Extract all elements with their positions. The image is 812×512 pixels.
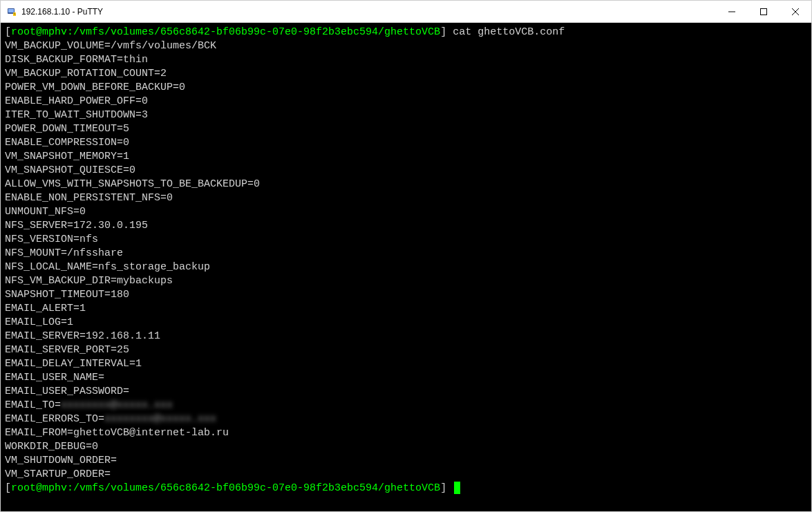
cfg-line: ALLOW_VMS_WITH_SNAPSHOTS_TO_BE_BACKEDUP=… [5, 178, 807, 191]
titlebar[interactable]: 192.168.1.10 - PuTTY [1, 1, 811, 23]
cfg-line: NFS_MOUNT=/nfsshare [5, 247, 807, 260]
cfg-line: NFS_VERSION=nfs [5, 233, 807, 247]
prompt-line-2: [root@mphv:/vmfs/volumes/656c8642-bf06b9… [5, 482, 807, 495]
minimize-button[interactable] [716, 1, 748, 22]
cfg-line: WORKDIR_DEBUG=0 [5, 440, 807, 454]
email-errors-value: xxxxxxxx@xxxxx.xxx [104, 413, 216, 425]
cfg-line: ENABLE_COMPRESSION=0 [5, 136, 807, 150]
maximize-button[interactable] [748, 1, 780, 22]
cfg-line: EMAIL_ALERT=1 [5, 302, 807, 316]
cfg-line: VM_BACKUP_VOLUME=/vmfs/volumes/BCK [5, 39, 807, 53]
cfg-line-email-errors: EMAIL_ERRORS_TO=xxxxxxxx@xxxxx.xxx [5, 413, 807, 426]
svg-rect-1 [8, 9, 14, 12]
putty-icon [6, 6, 17, 17]
email-errors-label: EMAIL_ERRORS_TO= [5, 413, 104, 425]
svg-rect-2 [13, 12, 16, 16]
prompt-close: ] [440, 26, 446, 38]
cfg-line: EMAIL_FROM=ghettoVCB@internet-lab.ru [5, 426, 807, 440]
cfg-line: POWER_DOWN_TIMEOUT=5 [5, 122, 807, 136]
cfg-line: NFS_VM_BACKUP_DIR=mybackups [5, 274, 807, 288]
cfg-line: EMAIL_SERVER=192.168.1.11 [5, 330, 807, 343]
window-title: 192.168.1.10 - PuTTY [21, 7, 716, 17]
cfg-line: VM_SNAPSHOT_MEMORY=1 [5, 150, 807, 164]
cfg-line: ENABLE_NON_PERSISTENT_NFS=0 [5, 191, 807, 205]
svg-rect-5 [761, 8, 767, 15]
cfg-line: NFS_SERVER=172.30.0.195 [5, 219, 807, 233]
window-controls [716, 1, 811, 22]
cfg-line: EMAIL_SERVER_PORT=25 [5, 343, 807, 357]
cfg-line: VM_SNAPSHOT_QUIESCE=0 [5, 164, 807, 178]
prompt-close-2: ] [440, 482, 446, 494]
email-to-value: xxxxxxxx@xxxxx.xxx [61, 399, 173, 411]
cfg-line: DISK_BACKUP_FORMAT=thin [5, 53, 807, 67]
cfg-line: ITER_TO_WAIT_SHUTDOWN=3 [5, 108, 807, 122]
cfg-line: VM_BACKUP_ROTATION_COUNT=2 [5, 67, 807, 81]
cfg-line: VM_SHUTDOWN_ORDER= [5, 454, 807, 468]
cursor [454, 482, 460, 494]
prompt-path-2: root@mphv:/vmfs/volumes/656c8642-bf06b99… [11, 482, 440, 494]
prompt-line-1: [root@mphv:/vmfs/volumes/656c8642-bf06b9… [5, 26, 807, 39]
prompt-path: root@mphv:/vmfs/volumes/656c8642-bf06b99… [11, 26, 440, 38]
cfg-line: SNAPSHOT_TIMEOUT=180 [5, 288, 807, 302]
cfg-line: EMAIL_DELAY_INTERVAL=1 [5, 357, 807, 371]
cfg-line: POWER_VM_DOWN_BEFORE_BACKUP=0 [5, 81, 807, 95]
cfg-line: EMAIL_USER_NAME= [5, 371, 807, 385]
terminal-area[interactable]: [root@mphv:/vmfs/volumes/656c8642-bf06b9… [1, 23, 811, 511]
close-button[interactable] [780, 1, 811, 22]
cfg-line: NFS_LOCAL_NAME=nfs_storage_backup [5, 260, 807, 274]
cfg-line: ENABLE_HARD_POWER_OFF=0 [5, 95, 807, 108]
email-to-label: EMAIL_TO= [5, 399, 61, 411]
prompt-open: [ [5, 26, 11, 38]
putty-window: 192.168.1.10 - PuTTY [root@mphv:/vmfs/vo… [0, 0, 812, 512]
cfg-line: VM_STARTUP_ORDER= [5, 468, 807, 482]
cfg-line: EMAIL_USER_PASSWORD= [5, 385, 807, 399]
prompt-open-2: [ [5, 482, 11, 494]
cfg-line: EMAIL_LOG=1 [5, 316, 807, 330]
cfg-line-email-to: EMAIL_TO=xxxxxxxx@xxxxx.xxx [5, 399, 807, 413]
command-text: cat ghettoVCB.conf [446, 26, 565, 38]
cfg-line: UNMOUNT_NFS=0 [5, 205, 807, 219]
